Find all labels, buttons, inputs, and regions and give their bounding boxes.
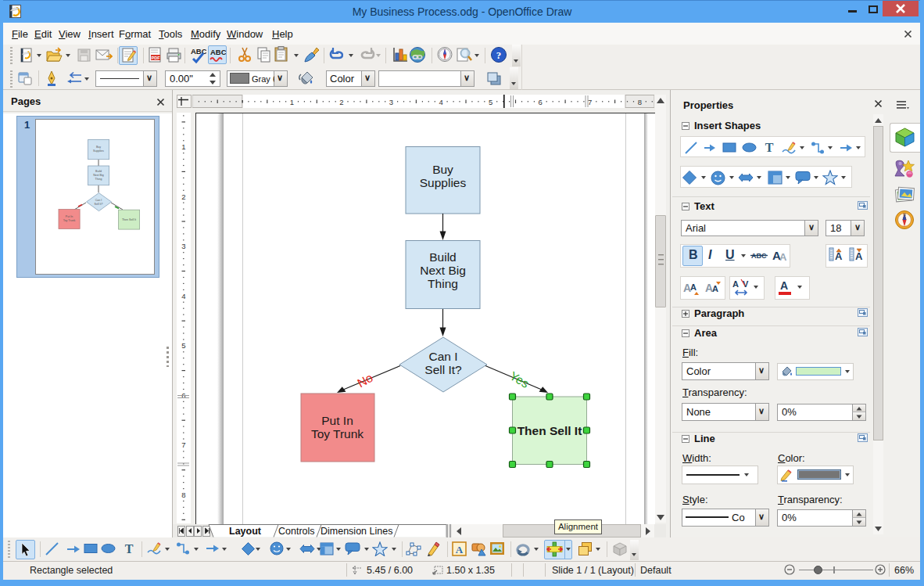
svg-text:Next Big: Next Big xyxy=(93,174,104,177)
svg-text:7: 7 xyxy=(181,440,185,449)
svg-text:8: 8 xyxy=(181,491,185,499)
svg-text:Sell It?: Sell It? xyxy=(95,203,103,206)
svg-text:Build: Build xyxy=(95,170,102,173)
svg-text:A: A xyxy=(780,279,788,292)
svg-text:T: T xyxy=(125,542,134,555)
svg-text:A: A xyxy=(690,282,697,292)
svg-text:A: A xyxy=(456,544,464,555)
svg-text:Then Sell It: Then Sell It xyxy=(518,424,582,437)
svg-text:Yes: Yes xyxy=(507,368,532,390)
svg-text:5: 5 xyxy=(489,98,492,106)
svg-text:6: 6 xyxy=(539,98,543,106)
svg-text:A: A xyxy=(779,251,787,262)
svg-text:T: T xyxy=(765,141,774,154)
svg-text:ABC: ABC xyxy=(191,47,206,56)
svg-text:1: 1 xyxy=(181,142,185,151)
svg-text:Put In: Put In xyxy=(66,215,73,218)
svg-text:A: A xyxy=(732,279,739,289)
svg-text:No: No xyxy=(355,371,375,390)
svg-text:Sell It?: Sell It? xyxy=(424,363,462,376)
svg-text:Put In: Put In xyxy=(321,414,353,427)
svg-text:8: 8 xyxy=(638,98,642,106)
svg-text:A: A xyxy=(712,284,718,293)
svg-text:2: 2 xyxy=(339,98,343,106)
svg-text:3: 3 xyxy=(181,242,185,250)
svg-text:3: 3 xyxy=(389,98,393,106)
svg-text:PDF: PDF xyxy=(152,56,161,60)
svg-text:Build: Build xyxy=(429,250,456,264)
svg-text:ABC: ABC xyxy=(210,48,226,56)
svg-text:N: N xyxy=(903,212,906,217)
svg-text:Can I: Can I xyxy=(95,199,102,202)
svg-text:Thing: Thing xyxy=(428,277,458,290)
svg-text:Toy Trunk: Toy Trunk xyxy=(63,219,76,222)
svg-text:?: ? xyxy=(496,49,502,61)
svg-text:1: 1 xyxy=(290,98,294,106)
svg-text:Buy: Buy xyxy=(96,146,101,149)
svg-text:Can I: Can I xyxy=(428,350,457,363)
svg-text:Next Big: Next Big xyxy=(420,264,466,277)
svg-text:4: 4 xyxy=(439,98,442,106)
svg-text:Supplies: Supplies xyxy=(420,176,467,189)
svg-text:5: 5 xyxy=(181,341,185,350)
svg-text:Buy: Buy xyxy=(432,163,453,176)
svg-text:4: 4 xyxy=(181,292,185,300)
svg-text:Then Sell It: Then Sell It xyxy=(122,218,136,221)
svg-text:2: 2 xyxy=(181,192,185,201)
svg-text:Thing: Thing xyxy=(95,178,102,181)
svg-text:Supplies: Supplies xyxy=(93,149,104,153)
svg-text:Toy Trunk: Toy Trunk xyxy=(311,427,364,440)
svg-text:7: 7 xyxy=(588,98,592,106)
